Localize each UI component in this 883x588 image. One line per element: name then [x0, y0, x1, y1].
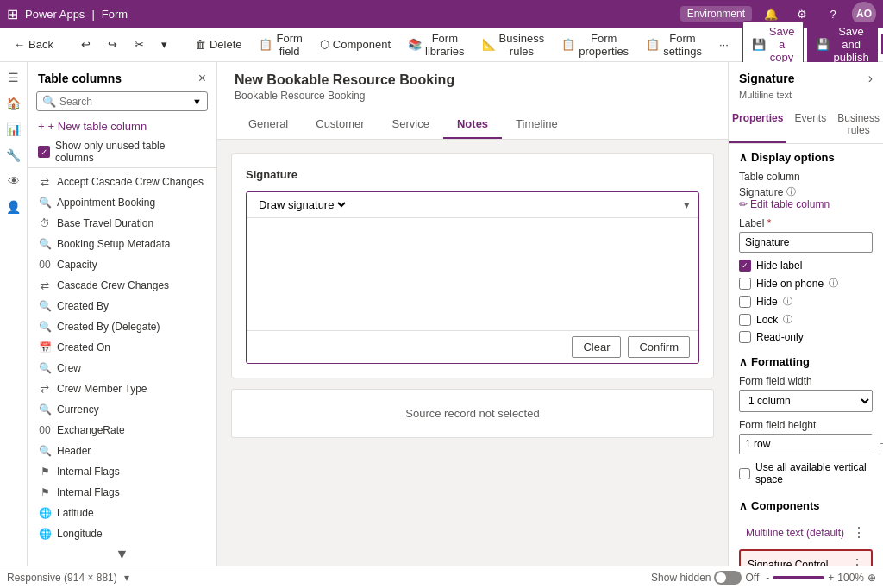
- formatting-header[interactable]: ∧ Formatting: [739, 355, 873, 368]
- signature-canvas[interactable]: [247, 218, 698, 330]
- cut-button[interactable]: ✂: [128, 34, 151, 54]
- list-item[interactable]: 00Capacity: [28, 254, 216, 275]
- zoom-minus-icon[interactable]: -: [766, 572, 769, 584]
- more-history-button[interactable]: ▾: [154, 34, 174, 54]
- list-item[interactable]: 🔍Crew: [28, 358, 216, 378]
- hide-label-row[interactable]: ✓ Hide label: [739, 260, 873, 272]
- multiline-text-component[interactable]: Multiline text (default) ⋮: [739, 519, 873, 546]
- zoom-slider[interactable]: [773, 576, 824, 579]
- lock-row[interactable]: Lock ⓘ: [739, 313, 873, 326]
- read-only-row[interactable]: Read-only: [739, 331, 873, 343]
- form-field-width-select[interactable]: 1 column 2 columns 3 columns: [739, 390, 873, 412]
- form-properties-button[interactable]: 📋 Form properties: [554, 28, 636, 61]
- search-input[interactable]: [59, 96, 189, 108]
- tab-service[interactable]: Service: [379, 110, 443, 139]
- confirm-button[interactable]: Confirm: [628, 336, 690, 358]
- save-copy-button[interactable]: 💾 Save a copy: [742, 21, 805, 68]
- form-libraries-button[interactable]: 📚 Form libraries: [401, 28, 472, 61]
- signature-area[interactable]: Draw signature Type signature ▾ Clear Co…: [246, 191, 699, 364]
- form-field-button[interactable]: 📋 Form field: [252, 28, 309, 61]
- redo-button[interactable]: ↪: [101, 34, 124, 54]
- component-more-icon2[interactable]: ⋮: [850, 556, 864, 566]
- tab-events[interactable]: Events: [786, 107, 834, 143]
- nav-tool-icon[interactable]: 🔧: [2, 143, 26, 167]
- show-unused-checkbox[interactable]: ✓: [38, 146, 50, 158]
- hide-label-checkbox[interactable]: ✓: [739, 260, 751, 272]
- app-grid-icon[interactable]: ⊞: [7, 6, 18, 22]
- col-type-icon: 📅: [38, 341, 52, 353]
- nav-menu-icon[interactable]: ☰: [2, 66, 26, 90]
- list-item[interactable]: 🔍Created By (Delegate): [28, 316, 216, 337]
- use-vert-space-checkbox[interactable]: [739, 468, 750, 479]
- show-hidden-toggle[interactable]: [714, 571, 742, 585]
- list-item[interactable]: ⇄Accept Cascade Crew Changes: [28, 172, 216, 192]
- form-body: Signature Draw signature Type signature …: [217, 140, 728, 566]
- list-item[interactable]: 🔍Appointment Booking: [28, 192, 216, 213]
- signature-control-component[interactable]: Signature Control ⋮: [739, 549, 873, 566]
- display-options-header[interactable]: ∧ Display options: [739, 151, 873, 164]
- responsive-dropdown-icon[interactable]: ▾: [124, 572, 129, 584]
- undo-button[interactable]: ↩: [74, 34, 97, 54]
- tab-business-rules[interactable]: Business rules: [834, 107, 883, 143]
- show-unused-checkbox-row[interactable]: ✓ Show only unused table columns: [28, 136, 216, 168]
- business-rules-button[interactable]: 📐 Business rules: [475, 28, 552, 61]
- nav-chart-icon[interactable]: 📊: [2, 117, 26, 141]
- info-icon3[interactable]: ⓘ: [783, 295, 792, 308]
- height-value-input[interactable]: [740, 435, 880, 454]
- nav-view-icon[interactable]: 👁: [2, 169, 26, 193]
- nav-home-icon[interactable]: 🏠: [2, 91, 26, 116]
- components-header[interactable]: ∧ Components: [739, 499, 873, 512]
- use-vert-space-text: Use all available vertical space: [755, 461, 873, 485]
- info-icon2[interactable]: ⓘ: [829, 277, 838, 290]
- filter-icon[interactable]: ▼: [192, 97, 202, 107]
- tab-timeline[interactable]: Timeline: [502, 110, 572, 139]
- read-only-checkbox[interactable]: [739, 331, 751, 343]
- form-settings-button[interactable]: 📋 Form settings: [639, 28, 709, 61]
- edit-table-column-link[interactable]: ✏ Edit table column: [739, 198, 873, 210]
- sidebar-close-button[interactable]: ×: [198, 71, 206, 86]
- zoom-plus-icon[interactable]: +: [828, 572, 834, 584]
- use-vert-space-row[interactable]: Use all available vertical space: [739, 461, 873, 485]
- list-item[interactable]: ⚑Internal Flags: [28, 461, 216, 482]
- list-item[interactable]: ⏱Base Travel Duration: [28, 213, 216, 234]
- list-item[interactable]: 📅Created On: [28, 337, 216, 358]
- nav-user-icon[interactable]: 👤: [2, 195, 26, 219]
- hide-on-phone-row[interactable]: Hide on phone ⓘ: [739, 277, 873, 290]
- list-item[interactable]: ⚑Internal Flags: [28, 482, 216, 503]
- list-item[interactable]: 🌐Longitude: [28, 523, 216, 543]
- zoom-icon[interactable]: ⊕: [867, 572, 876, 584]
- list-item[interactable]: 🔍Created By: [28, 296, 216, 316]
- hide-checkbox[interactable]: [739, 296, 751, 308]
- save-copy-icon: 💾: [752, 38, 766, 51]
- label-input[interactable]: [739, 232, 873, 253]
- list-item[interactable]: 🌐Latitude: [28, 503, 216, 523]
- component-button[interactable]: ⬡ Component: [313, 34, 398, 54]
- signature-type-dropdown[interactable]: Draw signature Type signature: [255, 197, 348, 212]
- component-more-icon[interactable]: ⋮: [852, 524, 866, 541]
- clear-button[interactable]: Clear: [572, 336, 621, 358]
- panel-close-icon[interactable]: ›: [868, 71, 873, 86]
- tab-general[interactable]: General: [235, 110, 302, 139]
- back-button[interactable]: ← Back: [7, 34, 60, 54]
- back-icon: ←: [14, 38, 25, 51]
- new-table-column-button[interactable]: + + New table column: [28, 116, 216, 136]
- tab-customer[interactable]: Customer: [302, 110, 378, 139]
- info-icon[interactable]: ⓘ: [786, 185, 796, 198]
- list-item[interactable]: 🔍Booking Setup Metadata: [28, 234, 216, 254]
- search-box[interactable]: 🔍 ▼: [36, 91, 208, 111]
- save-publish-button[interactable]: 💾 Save and publish: [807, 22, 877, 67]
- list-item[interactable]: ⇄Cascade Crew Changes: [28, 275, 216, 296]
- more-button[interactable]: ···: [712, 34, 736, 54]
- info-icon4[interactable]: ⓘ: [783, 313, 792, 326]
- list-item[interactable]: 🔍Header: [28, 441, 216, 461]
- hide-on-phone-checkbox[interactable]: [739, 278, 751, 290]
- delete-button[interactable]: 🗑 Delete: [188, 34, 249, 54]
- list-item[interactable]: 🔍Currency: [28, 399, 216, 420]
- tab-properties[interactable]: Properties: [729, 107, 786, 143]
- hide-row[interactable]: Hide ⓘ: [739, 295, 873, 308]
- lock-checkbox[interactable]: [739, 314, 751, 326]
- list-item[interactable]: 00ExchangeRate: [28, 420, 216, 441]
- form-field-height-spinner[interactable]: ▲ ▼: [739, 434, 873, 454]
- list-item[interactable]: ⇄Crew Member Type: [28, 378, 216, 399]
- tab-notes[interactable]: Notes: [443, 110, 502, 139]
